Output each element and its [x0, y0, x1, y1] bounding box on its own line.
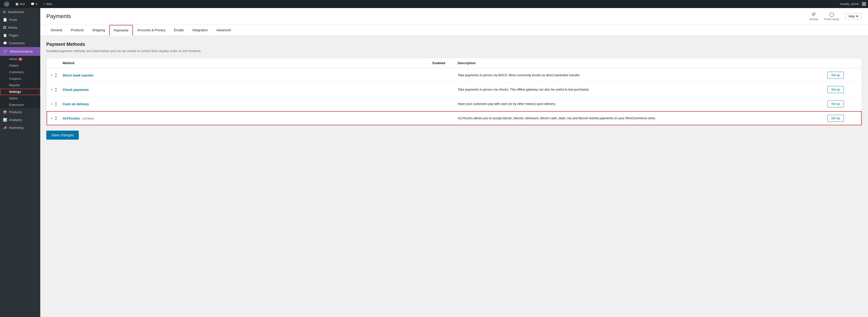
sidebar-item-analytics[interactable]: 📊 Analytics	[0, 116, 40, 124]
setup-button[interactable]: Set up	[828, 115, 844, 122]
table-row-alfacoins: ➜ ≡ ▲ ▼ ALFAcoins – ALFAtest	[46, 111, 862, 125]
svg-text:W: W	[5, 2, 8, 6]
sort-up[interactable]: ▲	[55, 87, 57, 90]
setup-button[interactable]: Set up	[828, 72, 844, 79]
toggle-cell	[433, 88, 458, 92]
marketing-icon: 📣	[3, 126, 7, 130]
method-link[interactable]: Check payments	[63, 88, 89, 92]
sidebar-item-media[interactable]: 🖼 Media	[0, 24, 40, 31]
col-sort	[51, 61, 63, 65]
sidebar-subitem-reports[interactable]: Reports	[0, 82, 40, 89]
woocommerce-submenu: Home 6 Orders Customers Coupons Reports …	[0, 56, 40, 108]
sidebar-subitem-status[interactable]: Status	[0, 95, 40, 102]
payment-methods-table: Method Enabled Description ≡ ▲ ▼	[46, 58, 862, 126]
sort-up[interactable]: ▲	[55, 72, 57, 75]
analytics-icon: 📊	[3, 118, 7, 122]
tab-payments[interactable]: Payments	[109, 25, 133, 36]
row-sort-controls: ≡ ▲ ▼	[51, 72, 63, 78]
tab-products[interactable]: Products	[66, 25, 88, 36]
sort-arrows: ▲ ▼	[55, 101, 57, 107]
method-link[interactable]: Direct bank transfer	[63, 73, 94, 77]
tab-shipping[interactable]: Shipping	[88, 25, 110, 36]
site-name-bar[interactable]: 🏠 test	[13, 0, 27, 8]
sidebar-item-dashboard[interactable]: ⊞ Dashboard	[0, 8, 40, 16]
page-title: Payments	[46, 13, 71, 20]
toggle-cell	[433, 102, 458, 106]
comment-icon: 💬	[31, 2, 34, 6]
alfacoins-link[interactable]: ALFAcoins	[63, 117, 80, 120]
sidebar-subitem-customers[interactable]: Customers	[0, 69, 40, 75]
sidebar-item-pages[interactable]: 📋 Pages	[0, 31, 40, 39]
sort-down[interactable]: ▼	[55, 104, 57, 107]
sort-down[interactable]: ▼	[55, 118, 57, 121]
sidebar-item-comments[interactable]: 💬 Comments	[0, 39, 40, 47]
home-icon: 🏠	[15, 2, 19, 6]
page-header-actions: Activity Finish setup Help ▼	[809, 12, 862, 21]
help-button[interactable]: Help ▼	[845, 13, 862, 20]
description-cell: Take payments in person via checks. This…	[458, 87, 828, 92]
page-header: Payments Activity Finish setup Help ▼	[40, 8, 868, 25]
toggle-cell	[433, 117, 458, 120]
tab-accounts-privacy[interactable]: Accounts & Privacy	[133, 25, 170, 36]
pages-icon: 📋	[3, 33, 7, 37]
row-sort-controls: ≡ ▲ ▼	[51, 116, 63, 121]
woo-icon: 🛒	[3, 49, 8, 54]
row-sort-controls: ≡ ▲ ▼	[51, 101, 63, 107]
description-cell: Have your customers pay with cash (or by…	[458, 102, 828, 106]
action-cell: Set up	[828, 86, 858, 93]
method-name-cell: Direct bank transfer	[63, 73, 433, 77]
table-header: Method Enabled Description	[46, 58, 862, 68]
svg-rect-2	[812, 13, 816, 13]
method-link[interactable]: Cash on delivery	[63, 102, 89, 106]
help-dropdown-icon: ▼	[856, 14, 859, 18]
tab-advanced[interactable]: Advanced	[212, 25, 235, 36]
action-cell: Set up	[828, 115, 858, 122]
sidebar-subitem-settings[interactable]: Settings	[0, 89, 40, 95]
main-layout: ⊞ Dashboard 📄 Posts 🖼 Media 📋 Pages 💬 Co…	[0, 8, 868, 317]
tabs-bar: General Products Shipping Payments Accou…	[40, 25, 868, 36]
sort-up[interactable]: ▲	[55, 101, 57, 104]
tab-general[interactable]: General	[46, 25, 66, 36]
sidebar-item-marketing[interactable]: 📣 Marketing	[0, 124, 40, 132]
sort-down[interactable]: ▼	[55, 75, 57, 78]
content-area: Payment Methods Installed payment method…	[40, 36, 868, 317]
tab-emails[interactable]: Emails	[170, 25, 188, 36]
new-bar[interactable]: + New	[41, 0, 54, 8]
toggle-cell	[433, 73, 458, 77]
row-sort-controls: ≡ ▲ ▼	[51, 87, 63, 92]
activity-action[interactable]: Activity	[809, 12, 818, 21]
sort-up[interactable]: ▲	[55, 116, 57, 118]
tab-integration[interactable]: Integration	[188, 25, 212, 36]
admin-bar-right: Howdy, admin	[838, 2, 866, 6]
description-cell: ALFAcoins allows you to accept bitcoin, …	[458, 116, 828, 121]
sidebar-item-posts[interactable]: 📄 Posts	[0, 16, 40, 24]
media-icon: 🖼	[3, 26, 6, 29]
posts-icon: 📄	[3, 18, 7, 22]
wp-logo[interactable]: W	[2, 0, 11, 8]
comments-bar[interactable]: 💬 0	[29, 0, 39, 8]
sidebar-item-products[interactable]: 📦 Products	[0, 108, 40, 116]
section-title: Payment Methods	[46, 42, 862, 47]
products-icon: 📦	[3, 110, 7, 114]
action-cell: Set up	[828, 100, 858, 107]
sidebar-subitem-home[interactable]: Home 6	[0, 56, 40, 62]
svg-rect-3	[812, 14, 816, 14]
drag-icon: ≡	[51, 73, 53, 77]
save-changes-button[interactable]: Save changes	[46, 131, 79, 139]
sort-down[interactable]: ▼	[55, 90, 57, 92]
drag-icon: ≡	[51, 102, 53, 106]
sidebar-subitem-coupons[interactable]: Coupons	[0, 75, 40, 82]
sidebar-subitem-orders[interactable]: Orders	[0, 62, 40, 69]
sidebar-subitem-extensions[interactable]: Extensions	[0, 102, 40, 108]
main-content: Payments Activity Finish setup Help ▼ Ge…	[40, 8, 868, 317]
setup-button[interactable]: Set up	[828, 100, 844, 107]
sidebar-item-woocommerce[interactable]: 🛒 WooCommerce	[0, 47, 40, 56]
setup-button[interactable]: Set up	[828, 86, 844, 93]
method-name-cell: ALFAcoins – ALFAtest	[63, 117, 433, 120]
col-method: Method	[63, 61, 433, 65]
home-badge: 6	[19, 58, 22, 61]
table-row: ≡ ▲ ▼ Direct bank transfer	[46, 68, 862, 83]
finish-setup-action[interactable]: Finish setup	[824, 12, 839, 21]
drag-icon: ≡	[51, 88, 53, 92]
sort-arrows: ▲ ▼	[55, 87, 57, 92]
